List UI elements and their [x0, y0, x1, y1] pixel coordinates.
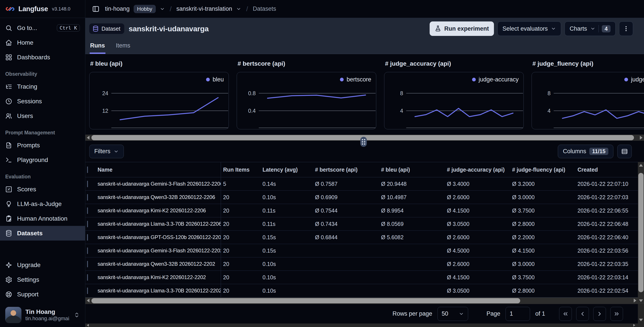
select-evaluators-button[interactable]: Select evaluators	[498, 22, 561, 36]
chart-3: # judge_accuracy (api)84judge-accuracy	[384, 59, 524, 135]
avatar[interactable]	[5, 307, 22, 323]
table-row[interactable]: sanskrit-vi-udanavarga Qwen3-32B 2026012…	[85, 191, 644, 204]
more-actions-button[interactable]	[619, 22, 633, 36]
cell-select	[85, 274, 96, 281]
charts-horizontal-scrollbar[interactable]	[85, 135, 644, 141]
tab-items[interactable]: Items	[116, 42, 131, 54]
table-row[interactable]: sanskrit-vi-udanavarga Qwen3-32B 2026012…	[85, 257, 644, 271]
nav-section-label: Observability	[0, 65, 85, 79]
chevron-left-icon	[579, 310, 586, 317]
charts-toggle-button[interactable]: Charts 4	[564, 22, 616, 36]
scroll-left-arrow[interactable]	[85, 135, 91, 141]
table-row[interactable]: sanskrit-vi-udanavarga Llama-3.3-70B 202…	[85, 284, 644, 297]
scrollbar-thumb[interactable]	[638, 173, 644, 292]
scroll-right-arrow[interactable]	[632, 297, 638, 303]
row-checkbox[interactable]	[87, 288, 88, 294]
scroll-down-arrow[interactable]	[638, 298, 644, 303]
search-icon	[5, 25, 12, 32]
sidebar-item-llm-as-a-judge[interactable]: LLM-as-a-Judge	[0, 197, 85, 211]
table-vertical-scrollbar[interactable]	[638, 162, 644, 304]
sidebar-toggle-button[interactable]	[90, 4, 101, 14]
sidebar-item-label: Human Annotation	[17, 215, 68, 222]
table-row[interactable]: sanskrit-vi-udanavarga Llama-3.3-70B 202…	[85, 217, 644, 231]
chevron-down-icon[interactable]	[160, 6, 165, 12]
panel-left-icon	[92, 5, 100, 13]
page-title: sanskrit-vi-udanavarga	[128, 25, 209, 33]
sidebar-item-sessions[interactable]: Sessions	[0, 94, 85, 109]
tab-bar: Runs Items	[85, 42, 135, 54]
sidebar-item-label: Home	[17, 39, 34, 46]
sidebar-item-tracing[interactable]: Tracing	[0, 79, 85, 94]
panel-resize-handle[interactable]	[360, 137, 367, 147]
sidebar-item-upgrade[interactable]: Upgrade	[0, 258, 85, 272]
sidebar-item-playground[interactable]: Playground	[0, 153, 85, 167]
row-checkbox[interactable]	[87, 274, 88, 281]
user-menu[interactable]: Tin Hoang tin.hoang.ai@gmai...	[0, 304, 85, 327]
run-experiment-button[interactable]: Run experiment	[430, 22, 494, 36]
row-checkbox[interactable]	[87, 261, 88, 267]
sidebar-item-dashboards[interactable]: Dashboards	[0, 50, 85, 65]
page-of-label: of 1	[535, 310, 545, 317]
last-page-button[interactable]	[610, 307, 623, 321]
sidebar-item-human-annotation[interactable]: Human Annotation	[0, 211, 85, 226]
sidebar-item-prompts[interactable]: Prompts	[0, 138, 85, 153]
sidebar-item-scores[interactable]: Scores	[0, 182, 85, 197]
page-header: Dataset sanskrit-vi-udanavarga Run exper…	[85, 18, 644, 54]
sidebar-item-label: Users	[17, 113, 33, 120]
sidebar-item-settings[interactable]: Settings	[0, 272, 85, 287]
row-checkbox[interactable]	[87, 207, 88, 214]
select-all-checkbox[interactable]	[87, 167, 88, 173]
sidebar-item-label: Support	[17, 291, 38, 298]
filters-button[interactable]: Filters	[89, 145, 124, 158]
row-checkbox[interactable]	[87, 181, 88, 187]
sidebar-item-go-to[interactable]: Go to...Ctrl K	[0, 21, 85, 35]
database-icon	[5, 230, 12, 237]
page-number-input[interactable]	[506, 307, 530, 321]
breadcrumb-project[interactable]: sanskrit-vi-translation	[176, 6, 232, 12]
sidebar-item-home[interactable]: Home	[0, 35, 85, 50]
table-row[interactable]: sanskrit-vi-udanavarga Gemini-3-Flash 20…	[85, 244, 644, 257]
scroll-left-arrow[interactable]	[85, 297, 91, 303]
breadcrumb-org[interactable]: tin-hoang	[105, 6, 130, 12]
column-header-judge_accuracy: # judge-accuracy (api)	[445, 167, 510, 173]
table-row[interactable]: sanskrit-vi-udanavarga Gemini-3-Flash 20…	[85, 177, 644, 191]
breadcrumb-section[interactable]: Datasets	[253, 6, 276, 12]
table-horizontal-scrollbar[interactable]	[85, 297, 644, 304]
cell-latency: 0.10s	[260, 288, 313, 294]
page-vertical-scrollbar[interactable]	[638, 304, 644, 323]
table-row[interactable]: sanskrit-vi-udanavarga GPT-OSS-120b 2026…	[85, 231, 644, 244]
cell-bleu: Ø 8.9954	[379, 207, 445, 214]
cell-run_items: 20	[221, 247, 260, 254]
nav-section-label: Prompt Management	[0, 123, 85, 138]
prev-page-button[interactable]	[576, 307, 589, 321]
next-page-button[interactable]	[593, 307, 606, 321]
scroll-left-arrow[interactable]	[85, 323, 90, 327]
row-height-button[interactable]	[617, 145, 632, 158]
scrollbar-thumb[interactable]	[92, 298, 520, 303]
sidebar-item-datasets[interactable]: Datasets	[0, 226, 85, 240]
row-checkbox[interactable]	[87, 247, 88, 254]
cell-select	[85, 181, 96, 187]
cell-latency: 0.10s	[260, 261, 313, 267]
legend-dot	[340, 78, 344, 81]
page-horizontal-scrollbar[interactable]	[85, 323, 644, 327]
sidebar-item-users[interactable]: Users	[0, 109, 85, 123]
flask-icon	[435, 25, 441, 32]
legend-label: judge-accuracy	[478, 76, 519, 83]
row-checkbox[interactable]	[87, 221, 88, 227]
scroll-up-arrow[interactable]	[638, 162, 644, 168]
scroll-right-arrow[interactable]	[638, 135, 644, 141]
tab-runs[interactable]: Runs	[90, 42, 106, 54]
table-row[interactable]: sanskrit-vi-udanavarga Kimi-K2 20260122-…	[85, 204, 644, 217]
sidebar-item-support[interactable]: Support	[0, 287, 85, 302]
first-page-button[interactable]	[559, 307, 572, 321]
chevron-down-icon[interactable]	[236, 6, 241, 12]
row-checkbox[interactable]	[87, 234, 88, 240]
row-checkbox[interactable]	[87, 194, 88, 200]
cell-created: 2026-01-22 22:07:10	[575, 181, 638, 187]
cell-latency: 0.10s	[260, 194, 313, 200]
columns-button[interactable]: Columns 11/15	[558, 145, 614, 158]
scroll-right-arrow[interactable]	[632, 323, 636, 327]
table-row[interactable]: sanskrit-vi-udanavarga Kimi-K2 20260122-…	[85, 271, 644, 284]
rows-per-page-select[interactable]: 50	[438, 307, 468, 321]
